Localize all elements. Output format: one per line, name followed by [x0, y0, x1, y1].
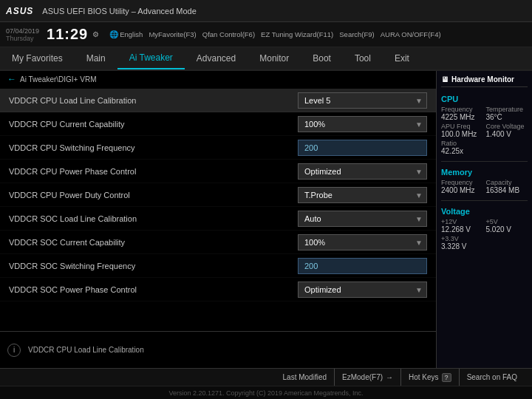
setting-row-vddcr-cpu-switching-freq[interactable]: VDDCR CPU Switching Frequency — [0, 136, 436, 160]
hw-cpu-temp-label: Temperature 36°C — [486, 106, 528, 121]
hw-cpu-ratio-label: Ratio 42.25x — [441, 140, 483, 155]
setting-dropdown-vddcr-cpu-current-cap[interactable]: 100% — [298, 116, 427, 132]
setting-dropdown-vddcr-cpu-power-duty[interactable]: T.Probe — [298, 187, 427, 203]
topbar-items: 🌐 English MyFavorite(F3) Qfan Control(F6… — [109, 30, 440, 38]
setting-value[interactable]: Optimized ▼ — [298, 282, 427, 298]
myfavorites-label: MyFavorite(F3) — [149, 30, 196, 38]
breadcrumb-path: Ai Tweaker\DIGI+ VRM — [20, 75, 96, 83]
content-area: ← Ai Tweaker\DIGI+ VRM VDDCR CPU Load Li… — [0, 71, 532, 368]
info-icon: i — [7, 344, 21, 357]
hw-cpu-grid: Frequency 4225 MHz Temperature 36°C APU … — [441, 106, 528, 155]
language-btn[interactable]: 🌐 English — [109, 30, 143, 38]
setting-row-vddcr-cpu-power-duty[interactable]: VDDCR CPU Power Duty Control T.Probe ▼ — [0, 183, 436, 207]
date-text: 07/04/2019 — [6, 27, 39, 35]
setting-dropdown-vddcr-cpu-load-line[interactable]: Level 5 — [298, 92, 427, 109]
time-display: 11:29 — [47, 26, 88, 43]
setting-dropdown-vddcr-cpu-power-phase[interactable]: Optimized — [298, 163, 427, 180]
hw-cpu-section-title: CPU — [441, 95, 528, 103]
nav-my-favorites[interactable]: My Favorites — [0, 47, 75, 69]
copyright-bar: Version 2.20.1271. Copyright (C) 2019 Am… — [0, 386, 532, 399]
setting-value[interactable] — [298, 258, 427, 274]
nav-main[interactable]: Main — [75, 47, 117, 69]
hw-volt-5v: +5V 5.020 V — [486, 218, 528, 233]
ezmode-item[interactable]: EzMode(F7) → — [335, 369, 401, 386]
top-bar: ASUS ASUS UEFI BIOS Utility – Advanced M… — [0, 0, 532, 22]
info-text: VDDCR CPU Load Line Calibration — [28, 346, 144, 354]
setting-value[interactable]: T.Probe ▼ — [298, 187, 427, 203]
ezmode-arrow-icon: → — [386, 373, 393, 381]
nav-bar: My Favorites Main Ai Tweaker Advanced Mo… — [0, 47, 532, 71]
hw-volt-12v: +12V 12.268 V — [441, 218, 483, 233]
nav-boot[interactable]: Boot — [301, 47, 343, 69]
app-title: ASUS UEFI BIOS Utility – Advanced Mode — [42, 7, 196, 16]
status-bar: Last Modified EzMode(F7) → Hot Keys ? Se… — [0, 368, 532, 386]
myfavorites-btn[interactable]: MyFavorite(F3) — [149, 30, 196, 38]
hw-memory-section-title: Memory — [441, 168, 528, 177]
setting-value[interactable]: 100% ▼ — [298, 116, 427, 132]
hotkeys-label: Hot Keys — [409, 373, 439, 381]
nav-ai-tweaker[interactable]: Ai Tweaker — [117, 47, 185, 69]
setting-dropdown-vddcr-soc-power-phase[interactable]: Optimized — [298, 282, 427, 298]
settings-list: VDDCR CPU Load Line Calibration Level 5 … — [0, 87, 436, 331]
setting-value[interactable]: Level 5 ▼ — [298, 92, 427, 109]
hw-divider-2 — [441, 200, 528, 201]
setting-value[interactable]: Auto ▼ — [298, 211, 427, 227]
nav-tool[interactable]: Tool — [343, 47, 383, 69]
setting-row-vddcr-soc-load-line[interactable]: VDDCR SOC Load Line Calibration Auto ▼ — [0, 207, 436, 231]
hw-cpu-apufreq-label: APU Freq 100.0 MHz — [441, 123, 483, 138]
setting-label: VDDCR SOC Switching Frequency — [9, 262, 298, 270]
setting-row-vddcr-cpu-current-cap[interactable]: VDDCR CPU Current Capability 100% ▼ — [0, 112, 436, 136]
setting-input-vddcr-soc-switching-freq[interactable] — [298, 258, 427, 274]
hw-voltage-grid: +12V 12.268 V +5V 5.020 V +3.3V 3.328 V — [441, 218, 528, 250]
setting-row-vddcr-soc-switching-freq[interactable]: VDDCR SOC Switching Frequency — [0, 254, 436, 278]
language-label: English — [120, 30, 143, 38]
search-btn[interactable]: Search(F9) — [339, 30, 375, 38]
hotkeys-item: Hot Keys ? — [401, 369, 460, 386]
setting-label: VDDCR SOC Load Line Calibration — [9, 214, 298, 223]
nav-exit[interactable]: Exit — [383, 47, 421, 69]
eztuning-btn[interactable]: EZ Tuning Wizard(F11) — [261, 30, 333, 38]
last-modified-label: Last Modified — [283, 373, 327, 381]
search-faq-item[interactable]: Search on FAQ — [460, 369, 525, 386]
hw-mem-freq: Frequency 2400 MHz — [441, 179, 483, 194]
asus-logo: ASUS — [6, 6, 33, 16]
hardware-monitor-panel: 🖥 Hardware Monitor CPU Frequency 4225 MH… — [436, 71, 532, 368]
setting-row-vddcr-soc-current-cap[interactable]: VDDCR SOC Current Capability 100% ▼ — [0, 231, 436, 254]
eztuning-label: EZ Tuning Wizard(F11) — [261, 30, 333, 38]
setting-label: VDDCR CPU Power Duty Control — [9, 191, 298, 200]
setting-row-vddcr-soc-power-phase[interactable]: VDDCR SOC Power Phase Control Optimized … — [0, 278, 436, 301]
qfan-label: Qfan Control(F6) — [202, 30, 255, 38]
setting-input-vddcr-cpu-switching-freq[interactable] — [298, 140, 427, 156]
qfan-btn[interactable]: Qfan Control(F6) — [202, 30, 255, 38]
setting-label: VDDCR CPU Switching Frequency — [9, 143, 298, 152]
aura-btn[interactable]: AURA ON/OFF(F4) — [381, 30, 441, 38]
setting-dropdown-vddcr-soc-load-line[interactable]: Auto — [298, 211, 427, 227]
hw-monitor-title: Hardware Monitor — [451, 75, 514, 83]
setting-label: VDDCR SOC Power Phase Control — [9, 285, 298, 294]
setting-label: VDDCR CPU Current Capability — [9, 120, 298, 129]
language-icon: 🌐 — [109, 30, 118, 38]
search-label: Search(F9) — [339, 30, 375, 38]
aura-label: AURA ON/OFF(F4) — [381, 30, 441, 38]
setting-dropdown-vddcr-soc-current-cap[interactable]: 100% — [298, 234, 427, 250]
hw-monitor-header: 🖥 Hardware Monitor — [441, 75, 528, 87]
setting-row-vddcr-cpu-power-phase[interactable]: VDDCR CPU Power Phase Control Optimized … — [0, 160, 436, 183]
nav-monitor[interactable]: Monitor — [248, 47, 301, 69]
back-arrow-icon[interactable]: ← — [7, 74, 16, 84]
setting-value[interactable]: 100% ▼ — [298, 234, 427, 250]
setting-row-vddcr-cpu-load-line[interactable]: VDDCR CPU Load Line Calibration Level 5 … — [0, 89, 436, 112]
hw-cpu-freq-label: Frequency 4225 MHz — [441, 106, 483, 121]
setting-value[interactable] — [298, 140, 427, 156]
monitor-icon: 🖥 — [441, 75, 449, 83]
hotkeys-badge[interactable]: ? — [442, 373, 451, 382]
copyright-text: Version 2.20.1271. Copyright (C) 2019 Am… — [168, 389, 363, 397]
info-bar: i VDDCR CPU Load Line Calibration — [0, 331, 436, 368]
nav-advanced[interactable]: Advanced — [185, 47, 248, 69]
ezmode-label: EzMode(F7) — [342, 373, 383, 381]
setting-value[interactable]: Optimized ▼ — [298, 163, 427, 180]
setting-label: VDDCR CPU Power Phase Control — [9, 167, 298, 176]
setting-label: VDDCR SOC Current Capability — [9, 238, 298, 247]
hw-memory-grid: Frequency 2400 MHz Capacity 16384 MB — [441, 179, 528, 194]
last-modified-item: Last Modified — [276, 369, 335, 386]
hw-cpu-corevolt-label: Core Voltage 1.400 V — [486, 123, 528, 138]
